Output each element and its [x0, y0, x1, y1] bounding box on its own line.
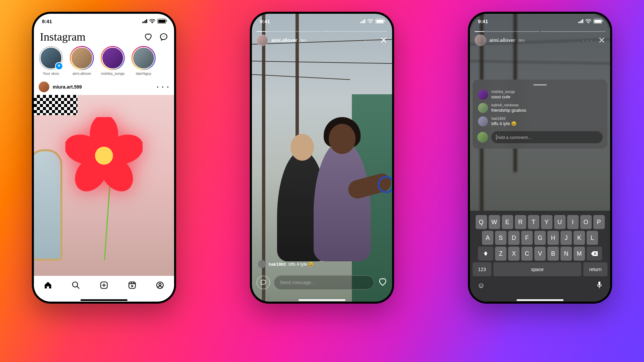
key-h[interactable]: H: [547, 231, 559, 245]
key-x[interactable]: X: [508, 247, 520, 261]
svg-point-6: [95, 147, 113, 165]
keyboard: QWERTYUIOP ASDFGHJKL ZXCVBNM 123 space r…: [470, 211, 610, 302]
key-n[interactable]: N: [560, 247, 572, 261]
key-o[interactable]: O: [580, 215, 592, 229]
tab-create-icon[interactable]: [100, 281, 108, 291]
sheet-grabber[interactable]: [533, 84, 547, 86]
stories-tray[interactable]: Your storyaimi.allovermishka_songsdaichi…: [34, 44, 174, 79]
home-indicator[interactable]: [299, 299, 345, 301]
story-media[interactable]: [252, 14, 392, 302]
svg-point-17: [159, 283, 161, 286]
phone-feed: 9:41 Instagram Your stor: [32, 12, 176, 304]
story-author-avatar[interactable]: [475, 35, 486, 46]
key-z[interactable]: Z: [495, 247, 506, 261]
activity-heart-icon[interactable]: [144, 33, 153, 41]
dictation-icon[interactable]: [596, 281, 603, 290]
wifi-icon: [149, 19, 155, 23]
tab-search-icon[interactable]: [71, 281, 80, 291]
tab-bar: [34, 276, 174, 296]
story-more-icon[interactable]: · · ·: [365, 38, 375, 43]
status-bar: 9:41: [470, 14, 610, 29]
post-more-icon[interactable]: · · ·: [157, 83, 169, 91]
battery-icon: [593, 19, 602, 23]
wifi-icon: [367, 19, 373, 23]
key-m[interactable]: M: [574, 247, 585, 261]
story-timestamp: 9m: [301, 38, 307, 43]
close-icon[interactable]: ✕: [598, 36, 605, 45]
home-indicator[interactable]: [80, 299, 127, 301]
key-shift[interactable]: [478, 247, 493, 261]
key-c[interactable]: C: [521, 247, 533, 261]
key-v[interactable]: V: [534, 247, 546, 261]
key-g[interactable]: G: [534, 231, 546, 245]
key-k[interactable]: K: [574, 231, 585, 245]
status-icons: [142, 19, 166, 23]
key-p[interactable]: P: [593, 215, 605, 229]
tab-home-icon[interactable]: [44, 281, 52, 291]
close-icon[interactable]: ✕: [380, 36, 387, 45]
story-item[interactable]: Your story: [39, 46, 63, 75]
key-backspace[interactable]: [587, 247, 602, 261]
post-image[interactable]: [34, 95, 174, 276]
comment-username: kalindi_rainbows: [491, 103, 526, 107]
instagram-logo[interactable]: Instagram: [40, 31, 86, 43]
key-q[interactable]: Q: [476, 215, 487, 229]
story-author-username[interactable]: aimi.allover: [271, 38, 297, 43]
tab-reels-icon[interactable]: [128, 281, 137, 291]
comment-item[interactable]: hak1883bffs 4 lyfe 😆: [478, 116, 602, 126]
key-u[interactable]: U: [554, 215, 566, 229]
story-label: mishka_songs: [100, 71, 125, 75]
cellular-icon: [142, 19, 147, 23]
story-more-icon[interactable]: · · ·: [583, 38, 593, 43]
key-e[interactable]: E: [502, 215, 513, 229]
key-r[interactable]: R: [515, 215, 526, 229]
key-i[interactable]: I: [567, 215, 579, 229]
status-bar: 9:41: [34, 14, 174, 29]
story-like-icon[interactable]: [378, 277, 387, 288]
story-item[interactable]: daichiguy: [131, 46, 156, 75]
post-header[interactable]: miura.art.599 · · ·: [34, 79, 174, 95]
flower-decor: [65, 117, 143, 196]
tab-profile-icon[interactable]: [156, 281, 164, 291]
key-a[interactable]: A: [482, 231, 493, 245]
key-d[interactable]: D: [508, 231, 520, 245]
story-reply-camera-icon[interactable]: [257, 276, 270, 289]
key-f[interactable]: F: [521, 231, 533, 245]
story-progress: [257, 31, 387, 32]
comment-item[interactable]: kalindi_rainbowsfriendship goalsss: [478, 103, 602, 113]
comment-avatar: [478, 116, 488, 126]
comments-sheet[interactable]: mishka_songssooo cutekalindi_rainbowsfri…: [473, 80, 607, 149]
key-space[interactable]: space: [493, 262, 581, 276]
reaction-text: bffs 4 lyfe 😆: [288, 262, 314, 267]
story-recent-reaction[interactable]: hak1883 bffs 4 lyfe 😆: [258, 260, 314, 268]
phone-story-comments: 9:41 aimi.allover 9m · · · ✕ mi: [468, 12, 612, 304]
emoji-keyboard-icon[interactable]: ☺: [477, 281, 485, 290]
my-avatar: [477, 132, 488, 143]
cellular-icon: [360, 19, 365, 23]
key-w[interactable]: W: [489, 215, 500, 229]
story-reply-input[interactable]: Send message...: [274, 275, 374, 290]
key-t[interactable]: T: [528, 215, 539, 229]
story-item[interactable]: mishka_songs: [100, 46, 125, 75]
status-bar: 9:41: [252, 14, 392, 29]
story-author-avatar[interactable]: [257, 35, 268, 46]
post-author-avatar[interactable]: [39, 82, 49, 92]
story-item[interactable]: aimi.allover: [69, 46, 94, 75]
battery-icon: [375, 19, 384, 23]
status-icons: [360, 19, 384, 23]
comment-input[interactable]: Add a comment...: [491, 131, 603, 143]
story-author-username[interactable]: aimi.allover: [489, 38, 515, 43]
post-author-username[interactable]: miura.art.599: [53, 84, 82, 90]
key-y[interactable]: Y: [541, 215, 552, 229]
key-b[interactable]: B: [547, 247, 559, 261]
comment-item[interactable]: mishka_songssooo cute: [478, 90, 602, 100]
key-j[interactable]: J: [560, 231, 572, 245]
key-123[interactable]: 123: [473, 262, 491, 276]
svg-line-8: [77, 286, 79, 289]
key-return[interactable]: return: [583, 262, 607, 276]
home-indicator[interactable]: [517, 299, 564, 301]
key-l[interactable]: L: [587, 231, 598, 245]
cellular-icon: [578, 19, 583, 23]
messenger-icon[interactable]: [159, 33, 168, 41]
key-s[interactable]: S: [495, 231, 506, 245]
